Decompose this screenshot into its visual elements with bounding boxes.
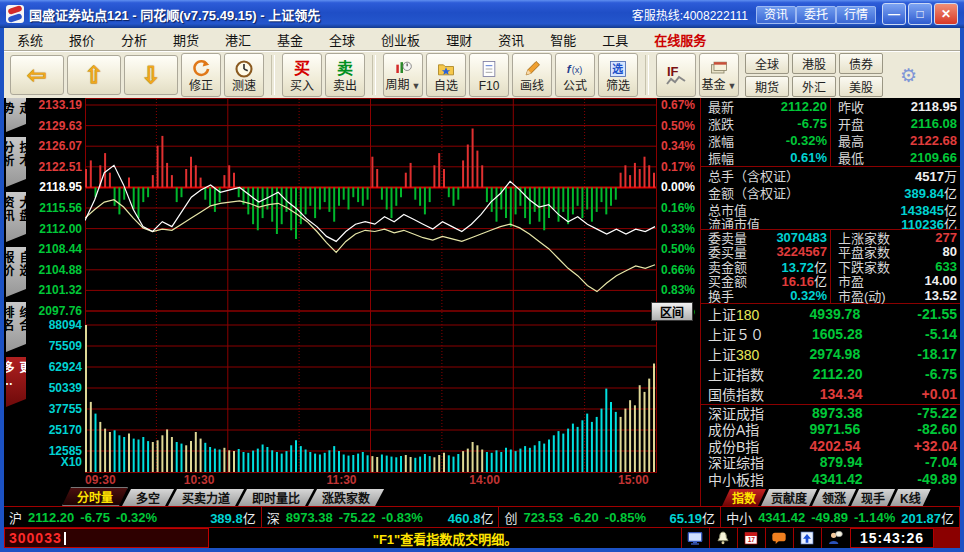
titlebar-quick-buttons: 资讯委托行情 <box>756 5 876 23</box>
toolbar-button-period[interactable]: 周期▼ <box>383 53 423 97</box>
index-row-上证指数[interactable]: 上证指数 2112.20 -6.75 <box>701 364 960 384</box>
toolbar-button-watchlist[interactable]: 自选 <box>426 53 466 97</box>
menu-item-期货[interactable]: 期货 <box>160 28 212 51</box>
toolbar-separator <box>372 55 376 95</box>
sidebar-tab-more[interactable]: 更多… <box>6 357 26 407</box>
arrow-left-icon: ⇦ <box>27 69 46 82</box>
menu-item-理财[interactable]: 理财 <box>433 28 485 51</box>
statusbar-calendar-button[interactable]: 17 <box>737 528 765 548</box>
toolbar-button-f10[interactable]: F10 <box>469 53 509 97</box>
toolbar-button-speed-test[interactable]: 测速 <box>224 53 264 97</box>
quote-section-orders: 委卖量3070483 上涨家数277 委买量3224567 平盘家数80 卖金额… <box>701 230 960 304</box>
time-tick: 14:00 <box>469 473 500 487</box>
chart-tab-多空[interactable]: 多空 <box>122 489 174 506</box>
market-button-us-stock[interactable]: 美股 <box>839 76 883 97</box>
sidebar-tab-技术分析[interactable]: 技术分析 <box>6 137 26 187</box>
chart-tab-分时量[interactable]: 分时量 <box>62 487 128 506</box>
index-row-上证５０[interactable]: 上证５０ 1605.28 -5.14 <box>701 324 960 344</box>
toolbar-button-sell[interactable]: 卖卖出 <box>325 53 365 97</box>
index-row-上证380[interactable]: 上证380 2974.98 -18.17 <box>701 344 960 364</box>
percent-tick: 0.16% <box>661 201 695 215</box>
menu-item-工具[interactable]: 工具 <box>589 28 641 51</box>
menu-item-online-service[interactable]: 在线服务 <box>641 28 719 51</box>
market-button-bond[interactable]: 债券 <box>839 53 883 74</box>
menu-item-报价[interactable]: 报价 <box>56 28 108 51</box>
sidebar-tab-大盘资讯[interactable]: 大盘资讯 <box>6 192 26 242</box>
close-button[interactable]: ✕ <box>934 3 958 25</box>
monitor-icon <box>687 530 703 546</box>
toolbar-button-fund[interactable]: 基金▼ <box>699 53 739 97</box>
statusbar-filler <box>934 528 960 548</box>
panel-tab-指数[interactable]: 指数 <box>722 489 766 506</box>
time-axis: 09:3010:3011:3014:0015:00 <box>4 472 704 486</box>
menu-item-创业板[interactable]: 创业板 <box>368 28 433 51</box>
quote-section-totals: 总手（含权证） 4517万 金额（含权证） 389.84亿 总市值 143845… <box>701 167 960 230</box>
sidebar-tab-走势[interactable]: 走势 <box>6 98 26 132</box>
percent-tick: 0.83% <box>661 283 695 297</box>
titlebar-button-资讯[interactable]: 资讯 <box>756 6 796 24</box>
market-button-forex[interactable]: 外汇 <box>792 76 836 97</box>
price-tick: 2112.00 <box>39 222 82 236</box>
stock-code-value: 300033 <box>9 530 62 546</box>
statusbar-monitor-button[interactable] <box>681 528 709 548</box>
index-row-上证180[interactable]: 上证180 4939.78 -21.55 <box>701 304 960 324</box>
chart-tab-即时量比[interactable]: 即时量比 <box>238 489 314 506</box>
percent-tick: 0.00% <box>661 180 695 194</box>
index-row-中小板指[interactable]: 中小板指 4341.42 -49.89 <box>701 471 960 488</box>
panel-tab-贡献度[interactable]: 贡献度 <box>761 489 817 506</box>
toolbar-button-if-tool[interactable]: IF <box>656 53 696 97</box>
panel-tab-现手[interactable]: 现手 <box>851 489 895 506</box>
panel-tab-K线[interactable]: K线 <box>890 489 931 506</box>
region-button[interactable]: 区间 <box>651 302 693 321</box>
menu-item-系统[interactable]: 系统 <box>4 28 56 51</box>
percent-tick: 0.50% <box>661 242 695 256</box>
titlebar-button-委托[interactable]: 委托 <box>796 6 836 24</box>
statusbar-chat-button[interactable] <box>765 528 793 548</box>
titlebar-button-行情[interactable]: 行情 <box>836 6 876 24</box>
toolbar-button-screener[interactable]: 选筛选 <box>598 53 638 97</box>
price-tick: 2101.32 <box>39 283 82 297</box>
menu-item-资讯[interactable]: 资讯 <box>485 28 537 51</box>
statusbar-publish-button[interactable] <box>793 528 821 548</box>
menu-item-全球[interactable]: 全球 <box>316 28 368 51</box>
quote-row: 涨幅-0.32% 最高2122.68 <box>701 132 960 149</box>
status-clock: 15:43:26 <box>850 528 934 548</box>
svg-text:选: 选 <box>612 62 623 75</box>
settings-button[interactable]: ⚙ <box>886 64 917 87</box>
stock-code-input[interactable]: 300033 <box>4 528 209 548</box>
time-tick: 10:30 <box>184 473 215 487</box>
sidebar-tab-自选报价[interactable]: 自选报价 <box>6 247 26 297</box>
chart-tab-涨跌家数[interactable]: 涨跌家数 <box>308 489 384 506</box>
statusbar-bell-button[interactable] <box>709 528 737 548</box>
menu-item-智能[interactable]: 智能 <box>537 28 589 51</box>
toolbar-button-page-down[interactable]: ⇩ <box>124 55 178 95</box>
toolbar-button-back[interactable]: ⇦ <box>10 55 64 95</box>
toolbar-button-formula[interactable]: f(x)公式 <box>555 53 595 97</box>
market-button-global[interactable]: 全球 <box>745 53 789 74</box>
folder-icon <box>436 59 456 79</box>
maximize-button[interactable]: □ <box>908 3 932 25</box>
market-button-hk-stock[interactable]: 港股 <box>792 53 836 74</box>
minimize-button[interactable]: — <box>882 3 906 25</box>
arrow-up-icon: ⇧ <box>84 69 103 82</box>
toolbar-button-buy[interactable]: 买买入 <box>282 53 322 97</box>
menu-item-分析[interactable]: 分析 <box>108 28 160 51</box>
menu-item-基金[interactable]: 基金 <box>264 28 316 51</box>
sidebar-tab-综合排名[interactable]: 综合排名 <box>6 302 26 352</box>
statusbar-user-button[interactable] <box>821 528 849 548</box>
toolbar-button-draw-line[interactable]: 画线 <box>512 53 552 97</box>
time-tick: 09:30 <box>85 473 116 487</box>
chart-tab-买卖力道[interactable]: 买卖力道 <box>168 489 244 506</box>
market-button-grid: 全球港股债券期货外汇美股 <box>745 53 883 97</box>
if-icon: IF <box>663 63 689 87</box>
sidebar: 走势技术分析大盘资讯自选报价综合排名更多… <box>4 98 28 506</box>
toolbar-button-page-up[interactable]: ⇧ <box>67 55 121 95</box>
volume-tick: 50339 <box>49 381 82 395</box>
percent-tick: 0.67% <box>661 98 695 112</box>
market-button-futures[interactable]: 期货 <box>745 76 789 97</box>
gear-icon[interactable]: ⚙ <box>900 65 917 86</box>
menu-item-港汇[interactable]: 港汇 <box>212 28 264 51</box>
toolbar-button-correct[interactable]: 修正 <box>181 53 221 97</box>
panel-tab-领涨[interactable]: 领涨 <box>812 489 856 506</box>
index-row-国债指数[interactable]: 国债指数 134.34 +0.01 <box>701 384 960 404</box>
